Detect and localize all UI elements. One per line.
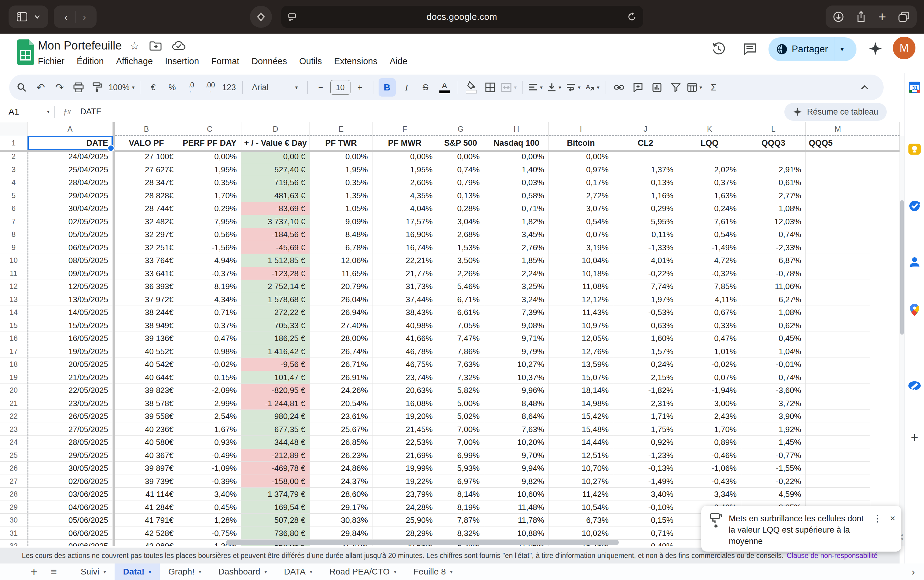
cell[interactable]: 14/05/2025 [28, 306, 113, 319]
cell[interactable]: 26,91% [310, 371, 372, 384]
cell[interactable]: 40 552€ [115, 345, 178, 358]
cell[interactable] [806, 488, 870, 501]
disclaimer-link[interactable]: Clause de non-responsabilité [787, 552, 878, 560]
share-button[interactable]: Partager ▾ [769, 37, 856, 61]
cell[interactable]: 6,71% [437, 293, 484, 306]
format-percent-button[interactable]: % [165, 78, 180, 97]
cell[interactable]: -0,32% [678, 267, 741, 280]
cell[interactable]: 0,54% [549, 215, 613, 228]
cell[interactable] [613, 150, 678, 163]
cell[interactable]: 5,93% [437, 462, 484, 475]
cell[interactable] [806, 397, 870, 410]
cell[interactable]: 0,00% [372, 150, 437, 163]
header-cell-M1[interactable]: QQQ5 [806, 136, 870, 150]
cell[interactable]: -184,56 € [241, 228, 310, 241]
cell[interactable]: -0,01% [741, 358, 806, 371]
cell[interactable]: 4,59% [741, 488, 806, 501]
cell[interactable]: 15,42% [549, 410, 613, 423]
cell[interactable]: 3,45% [484, 228, 549, 241]
address-bar[interactable]: docs.google.com [281, 6, 643, 28]
cell[interactable]: 3,50% [437, 254, 484, 267]
cell[interactable]: 1,40% [484, 163, 549, 176]
row-header-16[interactable]: 16 [0, 332, 28, 345]
tab-dropdown-icon[interactable]: ▾ [149, 569, 151, 575]
cell[interactable]: 7,39% [484, 306, 549, 319]
cell[interactable]: 10,37% [484, 371, 549, 384]
cell[interactable]: -45,69 € [241, 241, 310, 254]
cell[interactable]: 10,88% [484, 527, 549, 540]
cell[interactable]: 19,22% [372, 475, 437, 488]
row-header-2[interactable]: 2 [0, 150, 28, 163]
cell[interactable]: -0,22% [741, 475, 806, 488]
paint-format-icon[interactable] [89, 78, 105, 97]
cell[interactable]: -1,04% [741, 345, 806, 358]
cell[interactable]: 23/05/2025 [28, 397, 113, 410]
cell[interactable]: -1,06% [678, 462, 741, 475]
cell[interactable]: 0,37% [178, 319, 241, 332]
row-header-7[interactable]: 7 [0, 215, 28, 228]
header-cell-E1[interactable]: PF TWR [310, 136, 372, 150]
cell[interactable]: 22,53% [372, 436, 437, 449]
cell[interactable]: 9,71% [484, 332, 549, 345]
cell[interactable]: -0,13% [613, 462, 678, 475]
cell[interactable]: 481,63 € [241, 189, 310, 202]
cell[interactable] [806, 189, 870, 202]
tasks-icon[interactable] [908, 199, 921, 213]
cell[interactable]: -0,98% [178, 345, 241, 358]
cell[interactable]: 15/05/2025 [28, 319, 113, 332]
cell[interactable]: -0,74% [741, 228, 806, 241]
cell[interactable]: 41 284€ [115, 501, 178, 514]
cell[interactable]: 32 297€ [115, 228, 178, 241]
cell[interactable]: 40 236€ [115, 423, 178, 436]
cell[interactable]: 9,79% [484, 345, 549, 358]
cell[interactable]: 1,67% [178, 423, 241, 436]
cell[interactable]: 0,47% [178, 332, 241, 345]
tab-scroll-right-icon[interactable]: › [911, 566, 915, 578]
cell[interactable]: 1,85% [484, 254, 549, 267]
column-header-M[interactable]: M [806, 122, 870, 136]
cell[interactable]: 2,02% [678, 163, 741, 176]
cell[interactable]: 26,71% [310, 358, 372, 371]
cell[interactable]: 25,67% [310, 423, 372, 436]
cell[interactable]: -1,57% [613, 345, 678, 358]
cell[interactable]: -2,31% [613, 397, 678, 410]
cell[interactable]: -0,35% [178, 176, 241, 189]
cell[interactable]: -0,56% [178, 228, 241, 241]
cell[interactable]: 46,75% [372, 358, 437, 371]
cell[interactable]: 8,48% [310, 228, 372, 241]
row-header-32[interactable]: 32 [0, 540, 28, 546]
cell[interactable] [806, 306, 870, 319]
cell[interactable]: 507,28 € [241, 514, 310, 527]
cell[interactable]: 10,97% [549, 319, 613, 332]
cell[interactable]: 28,60% [310, 488, 372, 501]
format-currency-button[interactable]: € [145, 78, 161, 97]
table-views-button[interactable]: ▾ [687, 78, 703, 97]
cell[interactable]: 186,25 € [241, 332, 310, 345]
cell[interactable]: 7,85% [678, 280, 741, 293]
cell[interactable]: 27/05/2025 [28, 423, 113, 436]
cell[interactable]: 14,44% [549, 436, 613, 449]
cell[interactable]: -0,75% [178, 527, 241, 540]
cell[interactable]: 30/05/2025 [28, 462, 113, 475]
cell[interactable]: 6,61% [437, 306, 484, 319]
cell[interactable]: 0,07% [549, 228, 613, 241]
cell[interactable]: 5,00% [437, 397, 484, 410]
cell[interactable]: 37 972€ [115, 293, 178, 306]
cell[interactable]: 16,74% [372, 241, 437, 254]
cell[interactable]: 21,45% [372, 423, 437, 436]
cell[interactable]: 0,63% [613, 319, 678, 332]
sheet-tab-feuille-8[interactable]: Feuille 8▾ [405, 564, 461, 580]
cell[interactable]: 4,01% [613, 254, 678, 267]
cell[interactable]: 1,70% [678, 423, 741, 436]
cell[interactable]: 6,73% [549, 514, 613, 527]
cell[interactable]: 26,04% [310, 293, 372, 306]
cell[interactable]: 28/05/2025 [28, 436, 113, 449]
column-header-C[interactable]: C [178, 122, 241, 136]
cell[interactable]: 12,76% [549, 345, 613, 358]
cell[interactable]: 1,16% [613, 189, 678, 202]
row-header-12[interactable]: 12 [0, 280, 28, 293]
cell[interactable]: -0,77% [741, 449, 806, 462]
cell[interactable]: -0,02% [178, 358, 241, 371]
row-header-19[interactable]: 19 [0, 371, 28, 384]
cell[interactable]: 29,17% [310, 501, 372, 514]
